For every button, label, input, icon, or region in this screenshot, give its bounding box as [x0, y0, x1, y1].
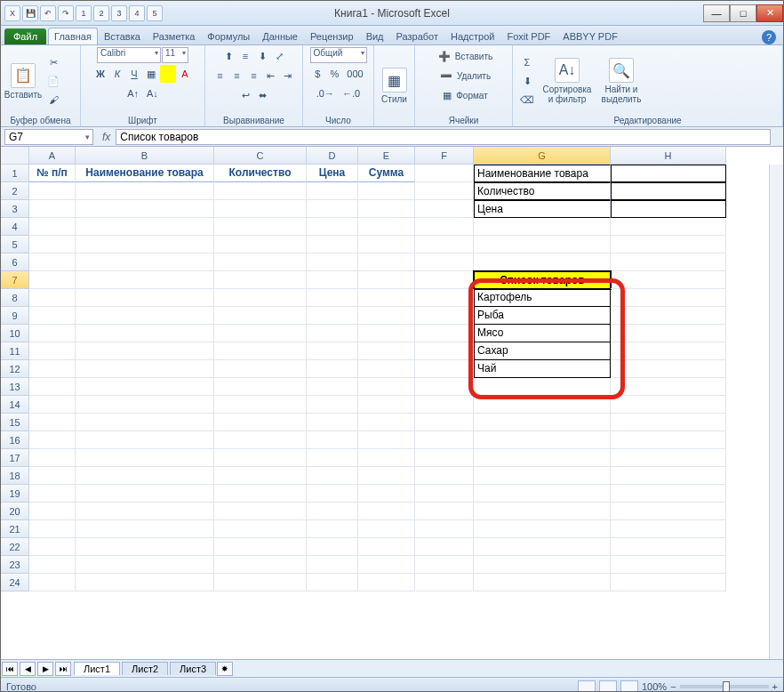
name-box[interactable]: G7 [4, 129, 93, 145]
zoom-in-button[interactable]: + [772, 681, 778, 692]
cell-G18[interactable] [474, 467, 611, 485]
cell-F15[interactable] [415, 414, 474, 431]
cell-F6[interactable] [415, 253, 474, 271]
cell-A18[interactable] [29, 467, 76, 485]
cell-C15[interactable] [214, 414, 307, 431]
row-header-20[interactable]: 20 [1, 503, 29, 520]
cell-E12[interactable] [358, 360, 415, 378]
cell-E18[interactable] [358, 467, 415, 485]
cell-F2[interactable] [415, 182, 474, 200]
sort-filter-button[interactable]: A↓ Сортировка и фильтр [540, 56, 595, 106]
fill-icon[interactable]: ⬇ [516, 72, 538, 90]
cell-H18[interactable] [611, 467, 726, 485]
cell-B18[interactable] [76, 467, 214, 485]
cell-C1[interactable]: Количество [214, 165, 307, 182]
cell-B16[interactable] [76, 431, 214, 449]
cell-A15[interactable] [29, 414, 76, 431]
cell-D8[interactable] [307, 289, 358, 307]
save-icon[interactable]: 💾 [22, 5, 38, 21]
cell-B22[interactable] [76, 538, 214, 556]
row-header-1[interactable]: 1 [1, 165, 29, 182]
cell-B12[interactable] [76, 360, 214, 378]
cell-D7[interactable] [307, 271, 358, 289]
row-header-8[interactable]: 8 [1, 289, 29, 307]
cell-B24[interactable] [76, 574, 214, 591]
cell-D24[interactable] [307, 574, 358, 591]
cell-A14[interactable] [29, 396, 76, 414]
tab-insert[interactable]: Вставка [98, 28, 147, 44]
cell-B17[interactable] [76, 449, 214, 467]
cell-F16[interactable] [415, 431, 474, 449]
indent-inc-icon[interactable]: ⇥ [280, 67, 296, 84]
insert-cells-button[interactable]: ➕ [435, 47, 454, 65]
tab-nav-prev-icon[interactable]: ◀ [20, 662, 36, 676]
cell-C16[interactable] [214, 431, 307, 449]
cell-H11[interactable] [611, 342, 726, 360]
col-header-E[interactable]: E [358, 147, 415, 165]
col-header-G[interactable]: G [474, 147, 611, 165]
cell-A17[interactable] [29, 449, 76, 467]
minimize-button[interactable]: — [703, 4, 730, 22]
sheet-tab-2[interactable]: Лист2 [122, 662, 168, 675]
cell-E21[interactable] [358, 520, 415, 538]
find-select-button[interactable]: 🔍 Найти и выделить [596, 56, 646, 106]
cell-E6[interactable] [358, 253, 415, 271]
cell-C9[interactable] [214, 307, 307, 325]
cell-B6[interactable] [76, 253, 214, 271]
cell-G1[interactable]: Наименование товара [474, 165, 611, 182]
wrap-text-icon[interactable]: ↩ [237, 86, 253, 104]
cell-C19[interactable] [214, 485, 307, 503]
cell-A24[interactable] [29, 574, 76, 591]
cell-D19[interactable] [307, 485, 358, 503]
cell-E13[interactable] [358, 378, 415, 396]
font-name-combo[interactable]: Calibri [97, 47, 161, 63]
cell-C22[interactable] [214, 538, 307, 556]
cell-A22[interactable] [29, 538, 76, 556]
cell-A20[interactable] [29, 503, 76, 520]
view-layout-icon[interactable] [599, 680, 617, 693]
cell-D17[interactable] [307, 449, 358, 467]
cell-C24[interactable] [214, 574, 307, 591]
cell-H14[interactable] [611, 396, 726, 414]
cell-C11[interactable] [214, 342, 307, 360]
cell-B19[interactable] [76, 485, 214, 503]
cell-G10[interactable]: Мясо [474, 325, 611, 342]
cell-E2[interactable] [358, 182, 415, 200]
format-painter-icon[interactable]: 🖌 [44, 91, 63, 109]
cell-H20[interactable] [611, 503, 726, 520]
cell-F20[interactable] [415, 503, 474, 520]
cell-D15[interactable] [307, 414, 358, 431]
qa-3[interactable]: 3 [111, 5, 127, 21]
cell-G3[interactable]: Цена [474, 200, 611, 218]
align-right-icon[interactable]: ≡ [246, 67, 262, 84]
align-middle-icon[interactable]: ≡ [237, 47, 253, 65]
cell-B14[interactable] [76, 396, 214, 414]
percent-icon[interactable]: % [326, 65, 342, 83]
cell-H22[interactable] [611, 538, 726, 556]
tab-layout[interactable]: Разметка [147, 28, 202, 44]
align-center-icon[interactable]: ≡ [229, 67, 245, 84]
cell-B21[interactable] [76, 520, 214, 538]
font-size-combo[interactable]: 11 [162, 47, 188, 63]
cell-E11[interactable] [358, 342, 415, 360]
cell-H19[interactable] [611, 485, 726, 503]
row-header-18[interactable]: 18 [1, 467, 29, 485]
currency-icon[interactable]: $ [309, 65, 325, 83]
font-shrink-icon[interactable]: A↓ [143, 84, 162, 102]
cell-D13[interactable] [307, 378, 358, 396]
cell-G19[interactable] [474, 485, 611, 503]
col-header-C[interactable]: C [214, 147, 307, 165]
cell-B1[interactable]: Наименование товара [76, 165, 214, 182]
cut-icon[interactable]: ✂ [44, 53, 63, 71]
cell-D5[interactable] [307, 236, 358, 253]
cell-F13[interactable] [415, 378, 474, 396]
cell-B4[interactable] [76, 218, 214, 236]
cell-C14[interactable] [214, 396, 307, 414]
align-top-icon[interactable]: ⬆ [220, 47, 236, 65]
cell-A8[interactable] [29, 289, 76, 307]
cell-H23[interactable] [611, 556, 726, 574]
select-all-corner[interactable] [1, 147, 29, 165]
cell-F7[interactable] [415, 271, 474, 289]
cell-D16[interactable] [307, 431, 358, 449]
cell-A10[interactable] [29, 325, 76, 342]
